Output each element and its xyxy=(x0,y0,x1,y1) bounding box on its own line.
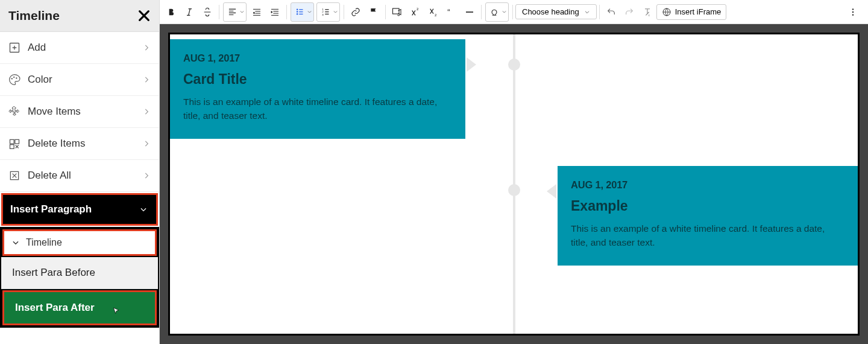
sidebar-title: Timeline xyxy=(8,8,60,23)
chevron-right-icon xyxy=(142,171,151,180)
menu-label: Insert Paragraph xyxy=(10,203,92,215)
align-button[interactable] xyxy=(225,3,239,21)
submenu-item-label: Insert Para After xyxy=(15,302,95,314)
sidebar-item-insert-paragraph[interactable]: Insert Paragraph xyxy=(1,193,158,226)
close-icon[interactable] xyxy=(137,9,151,22)
card-date: AUG 1, 2017 xyxy=(183,53,452,64)
globe-icon xyxy=(662,7,671,17)
move-icon xyxy=(8,106,20,118)
svg-point-1 xyxy=(11,78,13,79)
svg-point-20 xyxy=(852,8,854,10)
sidebar-item-color[interactable]: Color xyxy=(0,64,159,96)
svg-point-22 xyxy=(852,14,854,15)
superscript-button[interactable]: 2 xyxy=(406,3,424,21)
heading-select-label: Choose heading xyxy=(522,7,579,16)
more-options-button[interactable] xyxy=(844,3,862,21)
card-text: This is an example of a white timeline c… xyxy=(183,95,452,123)
svg-text:2: 2 xyxy=(417,7,419,11)
italic-button[interactable] xyxy=(180,3,198,21)
bullet-list-button[interactable] xyxy=(292,3,307,21)
heading-select[interactable]: Choose heading xyxy=(515,4,597,19)
sidebar-item-delete-items[interactable]: Delete Items xyxy=(0,128,159,160)
insert-para-before[interactable]: Insert Para Before xyxy=(1,257,158,289)
svg-rect-6 xyxy=(10,145,14,149)
separator xyxy=(599,5,600,19)
insert-iframe-label: Insert iFrame xyxy=(675,7,722,16)
chevron-down-icon xyxy=(11,238,20,247)
menu-label: Move Items xyxy=(28,106,81,118)
undo-button[interactable] xyxy=(602,3,620,21)
link-button[interactable] xyxy=(347,3,365,21)
chevron-right-icon xyxy=(142,139,151,148)
insert-paragraph-submenu: Timeline Insert Para Before Insert Para … xyxy=(0,227,159,328)
timeline-dot xyxy=(508,184,520,196)
canvas-wrapper: AUG 1, 2017 Card Title This is an exampl… xyxy=(160,24,868,344)
strikethrough-button[interactable] xyxy=(198,3,216,21)
delete-items-icon xyxy=(8,138,20,150)
chevron-down-icon[interactable] xyxy=(307,9,312,14)
card-text: This is an example of a white timeline c… xyxy=(571,221,844,250)
add-square-icon xyxy=(8,42,20,54)
delete-all-icon xyxy=(8,170,20,182)
menu-label: Delete Items xyxy=(28,138,85,150)
horizontal-line-button[interactable] xyxy=(461,3,479,21)
submenu-header-label: Timeline xyxy=(26,237,62,248)
card-title: Example xyxy=(571,198,844,214)
svg-rect-4 xyxy=(10,139,14,144)
chevron-right-icon xyxy=(142,43,151,52)
palette-icon xyxy=(8,74,20,86)
special-char-button[interactable] xyxy=(487,3,502,21)
menu-label: Delete All xyxy=(28,170,71,182)
chevron-down-icon[interactable] xyxy=(502,9,507,14)
svg-text:x: x xyxy=(648,13,650,16)
bold-button[interactable] xyxy=(162,3,180,21)
svg-rect-5 xyxy=(15,139,19,144)
chevron-down-icon[interactable] xyxy=(239,9,245,14)
svg-point-21 xyxy=(852,11,854,12)
main-area: 123 2 2 “ Choose heading x Insert iFrame xyxy=(160,0,868,344)
card-title: Card Title xyxy=(183,71,452,88)
card-date: AUG 1, 2017 xyxy=(571,179,844,191)
svg-text:2: 2 xyxy=(435,13,437,16)
svg-text:3: 3 xyxy=(322,13,324,16)
numbered-list-button[interactable]: 123 xyxy=(318,3,333,21)
submenu-header[interactable]: Timeline xyxy=(2,229,157,256)
arrow-left-icon xyxy=(547,184,556,199)
sidebar-item-delete-all[interactable]: Delete All xyxy=(0,160,159,192)
media-button[interactable] xyxy=(388,3,406,21)
chevron-right-icon xyxy=(142,107,151,116)
sidebar: Timeline Add Color Move Items Delete Ite… xyxy=(0,0,160,344)
svg-point-3 xyxy=(16,77,17,78)
chevron-down-icon xyxy=(139,205,148,214)
menu-label: Add xyxy=(28,42,46,54)
sidebar-item-add[interactable]: Add xyxy=(0,32,159,64)
svg-point-9 xyxy=(296,11,298,13)
indent-button[interactable] xyxy=(266,3,284,21)
separator xyxy=(481,5,482,19)
separator xyxy=(344,5,344,19)
svg-point-10 xyxy=(296,13,298,15)
arrow-right-icon xyxy=(467,57,476,72)
separator xyxy=(286,5,287,19)
chevron-down-icon xyxy=(584,9,590,15)
redo-button[interactable] xyxy=(620,3,638,21)
timeline-card[interactable]: AUG 1, 2017 Example This is an example o… xyxy=(558,166,858,266)
editor-canvas[interactable]: AUG 1, 2017 Card Title This is an exampl… xyxy=(168,33,860,336)
separator xyxy=(385,5,386,19)
flag-button[interactable] xyxy=(365,3,383,21)
separator xyxy=(219,5,219,19)
separator xyxy=(512,5,513,19)
menu-label: Color xyxy=(28,74,52,86)
subscript-button[interactable]: 2 xyxy=(424,3,442,21)
clear-format-button[interactable]: x xyxy=(638,3,656,21)
chevron-down-icon[interactable] xyxy=(333,9,338,14)
sidebar-item-move[interactable]: Move Items xyxy=(0,96,159,128)
insert-para-after[interactable]: Insert Para After xyxy=(2,290,157,325)
blockquote-button[interactable]: “ xyxy=(442,3,461,21)
sidebar-header: Timeline xyxy=(0,0,159,32)
timeline-card[interactable]: AUG 1, 2017 Card Title This is an exampl… xyxy=(170,39,465,139)
insert-iframe-button[interactable]: Insert iFrame xyxy=(656,4,727,20)
editor-toolbar: 123 2 2 “ Choose heading x Insert iFrame xyxy=(160,0,868,24)
outdent-button[interactable] xyxy=(248,3,266,21)
timeline-dot xyxy=(508,59,520,71)
